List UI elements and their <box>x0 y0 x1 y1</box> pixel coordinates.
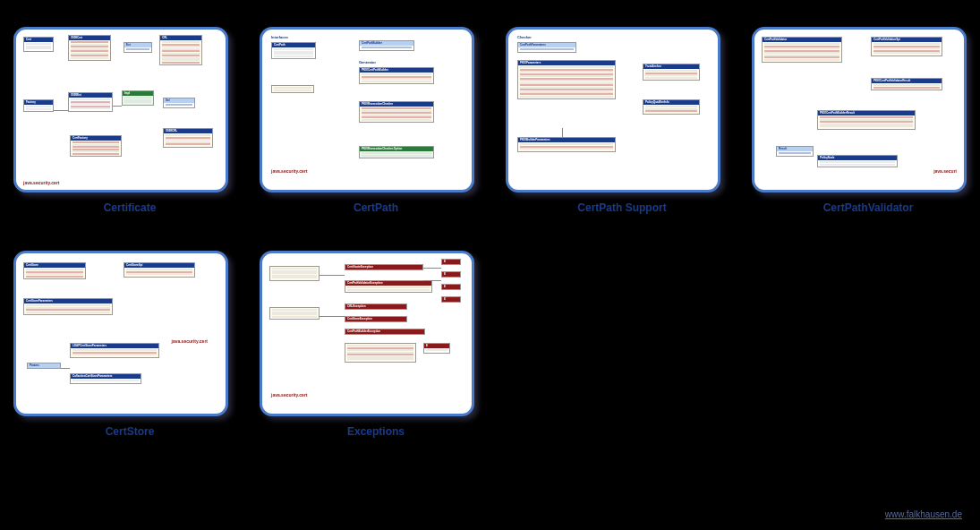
section-generator: Generator <box>359 60 376 64</box>
package-label: java.security.cert <box>172 338 209 344</box>
card-exceptions[interactable]: CertificateException E E E E CertPathVal… <box>260 251 492 461</box>
card-caption: Certificate <box>13 201 246 214</box>
card-content: CertPathValidator CertPathValidatorSpi P… <box>752 27 967 192</box>
card-content: Cert X509Cert Ext CRL Factory X509Ext <box>13 27 228 192</box>
card-caption: CertPath <box>260 201 492 214</box>
package-label: java.securi <box>933 168 957 174</box>
section-interfaces: Interfaces <box>271 35 288 39</box>
package-label: java.security.cert <box>23 180 60 185</box>
card-content: Checker CertPathParameters PKIXParameter… <box>506 27 720 192</box>
package-label: java.security.cert <box>271 168 308 174</box>
card-certpath[interactable]: Interfaces CertPath CertPathBuilder Gene… <box>260 27 492 237</box>
card-caption: CertPathValidator <box>752 201 980 214</box>
package-label: java.security.cert <box>271 392 308 398</box>
card-certificate[interactable]: Cert X509Cert Ext CRL Factory X509Ext <box>13 27 246 237</box>
card-caption: CertStore <box>13 425 246 438</box>
card-certpathvalidator[interactable]: CertPathValidator CertPathValidatorSpi P… <box>752 27 980 237</box>
card-content: CertificateException E E E E CertPathVal… <box>260 251 474 416</box>
card-content: Interfaces CertPath CertPathBuilder Gene… <box>260 27 474 192</box>
card-certpath-support[interactable]: Checker CertPathParameters PKIXParameter… <box>506 27 738 237</box>
card-content: CertStore CertStoreSpi CertStoreParamete… <box>13 251 228 416</box>
card-caption: Exceptions <box>260 425 492 438</box>
section-checker: Checker <box>517 35 532 39</box>
footer-link[interactable]: www.falkhausen.de <box>885 509 962 519</box>
card-caption: CertPath Support <box>506 201 738 214</box>
card-certstore[interactable]: CertStore CertStoreSpi CertStoreParamete… <box>13 251 246 461</box>
